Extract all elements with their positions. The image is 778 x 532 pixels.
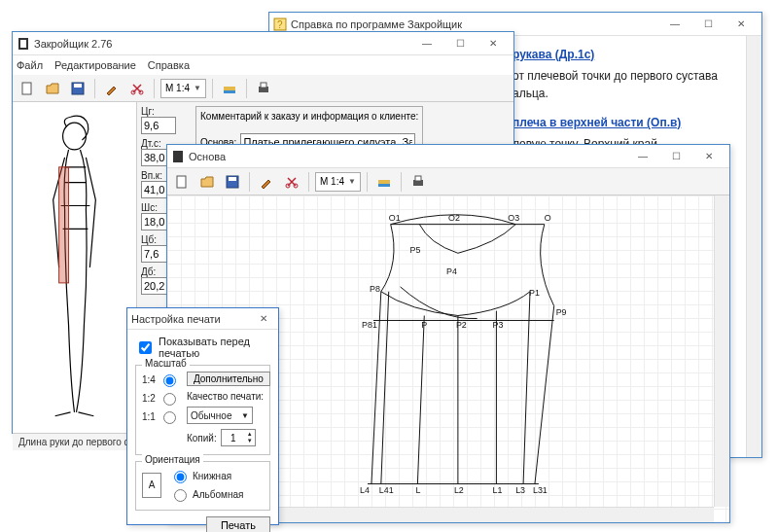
menu-edit[interactable]: Редактирование <box>54 59 136 71</box>
osnova-app-icon <box>171 150 185 163</box>
landscape-radio[interactable] <box>174 489 187 502</box>
show-before-checkbox[interactable] <box>139 341 152 354</box>
osnova-scrollbar-v[interactable] <box>714 195 729 507</box>
scale-11-radio[interactable] <box>163 411 176 424</box>
main-minimize-button[interactable]: — <box>410 34 443 53</box>
osnova-scale-selector[interactable]: M 1:4 ▼ <box>315 172 361 192</box>
svg-text:L31: L31 <box>533 485 548 495</box>
copies-input[interactable] <box>222 432 245 444</box>
scale-group-label: Масштаб <box>142 358 190 369</box>
status-text: Длина руки до первого су <box>18 437 134 447</box>
quality-select[interactable]: Обычное ▼ <box>187 407 253 424</box>
more-button[interactable]: Дополнительно <box>187 372 270 386</box>
svg-text:?: ? <box>277 19 283 30</box>
orientation-group-label: Ориентация <box>142 454 203 465</box>
osnova-cut-button[interactable] <box>281 171 302 193</box>
param-cg-input[interactable] <box>141 117 176 134</box>
chevron-down-icon: ▼ <box>348 177 356 186</box>
scale-group: Масштаб 1:4 1:2 1:1 Дополнительно Качест… <box>135 365 270 455</box>
svg-text:L41: L41 <box>379 485 394 495</box>
svg-text:О2: О2 <box>448 213 460 223</box>
osnova-print-button[interactable] <box>407 171 429 193</box>
comment-label: Комментарий к заказу и информация о клие… <box>200 111 418 122</box>
print-close-button[interactable]: ✕ <box>253 309 274 329</box>
param-cg-label: Цг: <box>141 106 176 117</box>
svg-text:P9: P9 <box>556 307 567 317</box>
scale-selector[interactable]: M 1:4 ▼ <box>160 79 206 98</box>
portrait-radio[interactable] <box>174 471 187 483</box>
brush-button[interactable] <box>101 78 123 99</box>
main-maximize-button[interactable]: ☐ <box>443 34 477 53</box>
svg-rect-24 <box>415 176 421 181</box>
svg-text:L: L <box>415 485 420 495</box>
scale-14-radio[interactable] <box>163 374 176 387</box>
spin-up-icon[interactable]: ▲ <box>247 431 253 438</box>
color-button[interactable] <box>219 78 240 99</box>
print-dialog: Настройка печати ✕ Показывать перед печа… <box>126 307 279 525</box>
print-action-button[interactable]: Печать <box>206 516 270 532</box>
copies-spinner[interactable]: ▲▼ <box>221 429 256 446</box>
help-minimize-button[interactable]: — <box>658 15 691 34</box>
save-button[interactable] <box>67 78 88 99</box>
quality-label: Качество печати: <box>187 391 270 402</box>
cut-button[interactable] <box>126 78 148 99</box>
svg-rect-22 <box>378 184 390 187</box>
main-titlebar[interactable]: Закройщик 2.76 — ☐ ✕ <box>13 32 513 55</box>
orientation-group: Ориентация A Книжная Альбомная <box>135 461 270 511</box>
svg-rect-6 <box>74 84 82 88</box>
osnova-brush-button[interactable] <box>256 171 277 193</box>
print-button[interactable] <box>253 78 274 99</box>
osnova-maximize-button[interactable]: ☐ <box>659 147 692 166</box>
new-button[interactable] <box>17 78 38 99</box>
menu-file[interactable]: Файл <box>17 59 43 71</box>
main-menubar: Файл Редактирование Справка <box>13 55 513 75</box>
osnova-scale-label: M 1:4 <box>320 176 344 187</box>
svg-rect-10 <box>224 90 235 93</box>
print-titlebar[interactable]: Настройка печати ✕ <box>127 308 278 330</box>
figure-panel <box>13 102 137 433</box>
scale-12-radio[interactable] <box>163 393 176 406</box>
svg-rect-14 <box>59 167 69 283</box>
help-link-shoulder[interactable]: плеча в верхней части (Оп.в) <box>513 116 681 129</box>
scale-label: M 1:4 <box>165 83 190 93</box>
osnova-minimize-button[interactable]: — <box>626 147 659 166</box>
spin-down-icon[interactable]: ▼ <box>247 438 253 444</box>
svg-rect-12 <box>261 83 266 88</box>
main-toolbar: M 1:4 ▼ <box>13 75 513 102</box>
svg-text:О: О <box>545 213 551 223</box>
svg-text:P4: P4 <box>446 266 457 276</box>
svg-text:L4: L4 <box>360 485 370 495</box>
svg-text:P8: P8 <box>370 284 380 294</box>
osnova-titlebar[interactable]: Основа — ☐ ✕ <box>167 145 729 168</box>
menu-help[interactable]: Справка <box>148 59 190 71</box>
main-title: Закройщик 2.76 <box>34 38 410 50</box>
svg-rect-4 <box>22 83 31 94</box>
help-app-icon: ? <box>273 18 287 31</box>
main-close-button[interactable]: ✕ <box>477 34 510 53</box>
help-link-sleeve[interactable]: рукава (Др.1с) <box>513 48 594 61</box>
osnova-toolbar: M 1:4 ▼ <box>167 168 729 195</box>
svg-text:L3: L3 <box>515 485 525 495</box>
svg-text:P1: P1 <box>529 288 540 298</box>
svg-rect-16 <box>177 176 186 188</box>
osnova-open-button[interactable] <box>196 171 218 193</box>
chevron-down-icon: ▼ <box>194 84 201 92</box>
svg-text:P2: P2 <box>456 320 467 330</box>
svg-text:L2: L2 <box>454 485 464 495</box>
svg-text:О3: О3 <box>508 213 519 223</box>
main-app-icon <box>17 37 30 51</box>
svg-rect-21 <box>378 180 390 184</box>
help-maximize-button[interactable]: ☐ <box>691 15 725 34</box>
osnova-close-button[interactable]: ✕ <box>692 147 725 166</box>
osnova-color-button[interactable] <box>373 171 395 193</box>
svg-rect-3 <box>20 40 26 48</box>
osnova-save-button[interactable] <box>222 171 243 193</box>
help-close-button[interactable]: ✕ <box>725 15 758 34</box>
chevron-down-icon: ▼ <box>241 411 249 420</box>
help-scrollbar[interactable] <box>746 36 761 457</box>
svg-rect-9 <box>224 87 235 90</box>
open-button[interactable] <box>42 78 63 99</box>
osnova-new-button[interactable] <box>171 171 193 193</box>
print-title: Настройка печати <box>131 313 253 325</box>
show-before-label: Показывать перед печатью <box>159 336 270 359</box>
